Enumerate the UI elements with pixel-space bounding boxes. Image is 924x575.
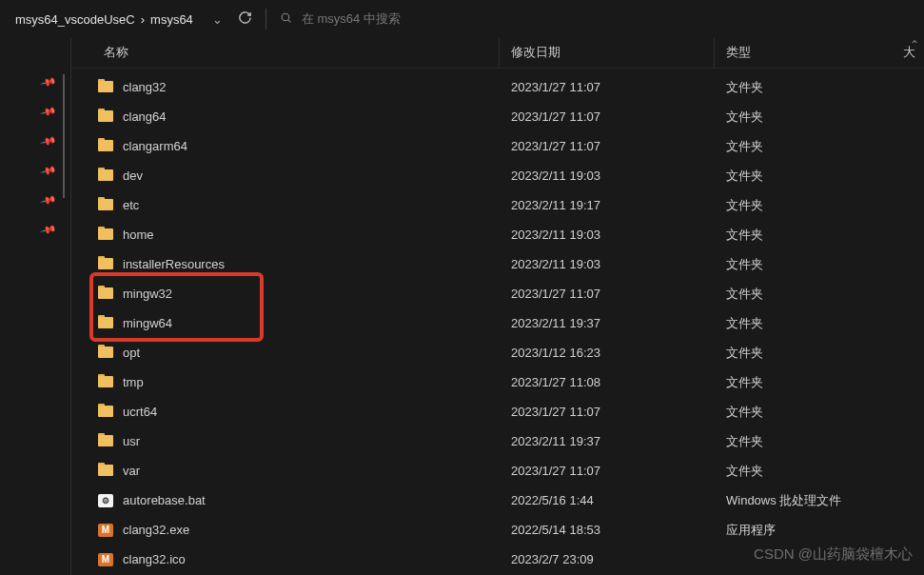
folder-icon (98, 199, 113, 211)
folder-icon (98, 347, 113, 359)
file-name: clang64 (123, 109, 167, 124)
file-type: 文件夹 (715, 227, 924, 244)
folder-icon (98, 81, 113, 93)
file-type: 文件夹 (715, 109, 924, 126)
folder-icon (98, 435, 113, 447)
breadcrumb[interactable]: msys64_vscodeUseC › msys64 (8, 12, 193, 27)
file-type: 文件夹 (715, 197, 924, 214)
pin-icon[interactable]: 📌 (40, 132, 58, 149)
file-date: 2023/1/27 11:07 (500, 139, 715, 153)
svg-line-1 (288, 20, 290, 22)
file-row[interactable]: clangarm642023/1/27 11:07文件夹 (71, 131, 924, 161)
file-date: 2023/2/11 19:37 (500, 316, 715, 330)
file-row[interactable]: ucrt642023/1/27 11:07文件夹 (71, 397, 924, 426)
divider (265, 9, 266, 30)
file-name: var (123, 464, 140, 478)
column-type[interactable]: 类型 (715, 38, 897, 68)
folder-icon (98, 258, 113, 270)
file-name: etc (123, 198, 139, 212)
file-name: tmp (123, 375, 144, 389)
chevron-right-icon: › (141, 12, 145, 27)
file-type: 文件夹 (715, 256, 924, 273)
file-type: 文件夹 (715, 345, 924, 362)
file-row[interactable]: mingw642023/2/11 19:37文件夹 (71, 308, 924, 338)
file-row[interactable]: mingw322023/1/27 11:07文件夹 (71, 279, 924, 308)
file-type: 文件夹 (715, 404, 924, 421)
file-date: 2023/2/11 19:17 (500, 198, 715, 212)
file-row[interactable]: dev2023/2/11 19:03文件夹 (71, 161, 924, 190)
file-date: 2023/1/27 11:08 (500, 375, 715, 389)
file-rows: clang322023/1/27 11:07文件夹clang642023/1/2… (71, 69, 924, 574)
search-placeholder: 在 msys64 中搜索 (302, 10, 401, 28)
file-type: 应用程序 (715, 522, 924, 539)
file-row[interactable]: clang322023/1/27 11:07文件夹 (71, 72, 924, 102)
column-name[interactable]: 名称 (71, 38, 500, 68)
file-row[interactable]: tmp2023/1/27 11:08文件夹 (71, 367, 924, 397)
history-dropdown-icon[interactable]: ⌄ (212, 12, 223, 27)
pin-icon[interactable]: 📌 (40, 221, 58, 238)
pin-icon[interactable]: 📌 (40, 191, 58, 208)
search-input[interactable]: 在 msys64 中搜索 (280, 10, 401, 28)
address-toolbar: msys64_vscodeUseC › msys64 ⌄ 在 msys64 中搜… (0, 0, 924, 38)
file-list-panel: ⌃ 名称 修改日期 类型 大 clang322023/1/27 11:07文件夹… (70, 38, 924, 575)
file-type: 文件夹 (715, 463, 924, 480)
file-row[interactable]: var2023/1/27 11:07文件夹 (71, 456, 924, 486)
file-name: dev (123, 169, 143, 183)
file-name: clangarm64 (123, 139, 187, 153)
folder-icon (98, 376, 113, 388)
pin-icon[interactable]: 📌 (40, 162, 58, 179)
file-row[interactable]: ⚙autorebase.bat2022/5/16 1:44Windows 批处理… (71, 486, 924, 515)
file-type: 文件夹 (715, 168, 924, 185)
quick-access-rail: 📌 📌 📌 📌 📌 📌 (0, 38, 70, 575)
file-type: 文件夹 (715, 79, 924, 96)
folder-icon (98, 169, 113, 182)
file-name: clang32 (123, 80, 167, 94)
file-type: 文件夹 (715, 374, 924, 391)
file-date: 2023/1/27 11:07 (500, 287, 715, 301)
file-row[interactable]: clang642023/1/27 11:07文件夹 (71, 102, 924, 131)
file-row[interactable]: usr2023/2/11 19:37文件夹 (71, 426, 924, 456)
file-row[interactable]: home2023/2/11 19:03文件夹 (71, 220, 924, 249)
file-date: 2023/2/11 19:03 (500, 228, 715, 242)
file-row[interactable]: installerResources2023/2/11 19:03文件夹 (71, 249, 924, 279)
file-name: autorebase.bat (123, 493, 206, 507)
file-date: 2023/1/27 11:07 (500, 405, 715, 419)
folder-icon (98, 288, 113, 300)
svg-point-0 (282, 13, 289, 21)
folder-icon (98, 317, 113, 329)
breadcrumb-item-1[interactable]: msys64_vscodeUseC (15, 12, 135, 27)
file-type: Windows 批处理文件 (715, 492, 924, 509)
folder-icon (98, 110, 113, 123)
file-row[interactable]: etc2023/2/11 19:17文件夹 (71, 190, 924, 220)
column-headers: 名称 修改日期 类型 大 (71, 38, 924, 69)
file-row[interactable]: Mclang32.ico2023/2/7 23:09 (71, 545, 924, 574)
pin-icon[interactable]: 📌 (40, 73, 58, 90)
file-type: 文件夹 (715, 286, 924, 303)
scroll-up-icon[interactable]: ⌃ (909, 38, 920, 51)
file-row[interactable]: opt2023/1/12 16:23文件夹 (71, 338, 924, 367)
file-type: 文件夹 (715, 433, 924, 450)
file-name: clang32.ico (123, 552, 186, 566)
file-type: 文件夹 (715, 138, 924, 155)
file-date: 2023/2/7 23:09 (500, 552, 715, 566)
msys-icon: M (98, 524, 113, 537)
search-icon (280, 11, 292, 27)
pin-icon[interactable]: 📌 (40, 103, 58, 120)
breadcrumb-item-2[interactable]: msys64 (150, 12, 193, 27)
file-name: home (123, 228, 154, 242)
file-name: usr (123, 434, 140, 448)
folder-icon (98, 465, 113, 477)
file-name: mingw32 (123, 287, 172, 301)
column-date[interactable]: 修改日期 (500, 38, 715, 68)
refresh-icon[interactable] (238, 10, 252, 28)
batch-file-icon: ⚙ (98, 494, 113, 507)
file-date: 2023/1/27 11:07 (500, 80, 715, 94)
file-name: mingw64 (123, 316, 172, 330)
folder-icon (98, 228, 113, 241)
file-date: 2022/5/16 1:44 (500, 493, 715, 507)
file-date: 2023/1/27 11:07 (500, 464, 715, 478)
file-type: 文件夹 (715, 315, 924, 332)
file-row[interactable]: Mclang32.exe2022/5/14 18:53应用程序 (71, 515, 924, 545)
file-date: 2022/5/14 18:53 (500, 523, 715, 537)
file-date: 2023/2/11 19:03 (500, 169, 715, 183)
